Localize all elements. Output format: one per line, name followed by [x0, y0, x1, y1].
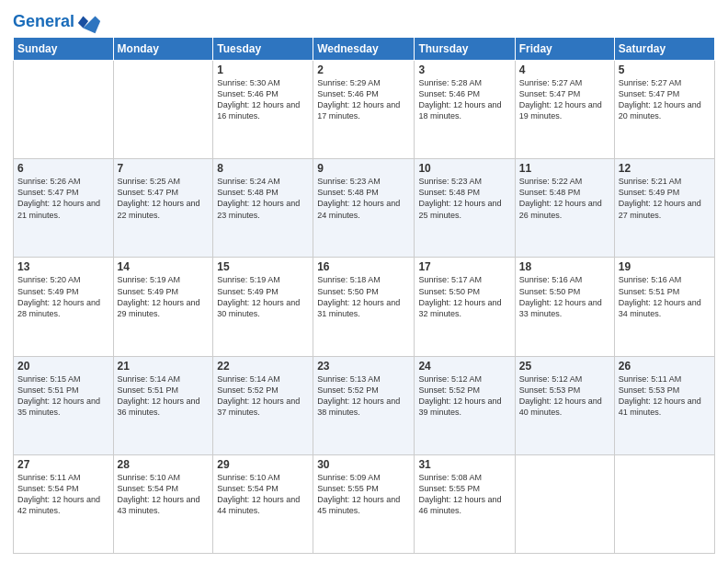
logo-text: General [13, 13, 74, 31]
day-info: Sunrise: 5:08 AM Sunset: 5:55 PM Dayligh… [418, 472, 510, 517]
day-info: Sunrise: 5:22 AM Sunset: 5:48 PM Dayligh… [519, 176, 610, 221]
calendar-table: SundayMondayTuesdayWednesdayThursdayFrid… [13, 37, 715, 554]
day-info: Sunrise: 5:15 AM Sunset: 5:51 PM Dayligh… [17, 373, 109, 419]
calendar-header-row: SundayMondayTuesdayWednesdayThursdayFrid… [14, 38, 715, 61]
calendar-cell: 9Sunrise: 5:23 AM Sunset: 5:48 PM Daylig… [313, 159, 415, 258]
day-number: 6 [17, 162, 109, 175]
day-number: 2 [317, 63, 410, 76]
day-info: Sunrise: 5:18 AM Sunset: 5:50 PM Dayligh… [317, 274, 410, 319]
calendar-cell: 25Sunrise: 5:12 AM Sunset: 5:53 PM Dayli… [515, 356, 614, 454]
calendar-cell: 3Sunrise: 5:28 AM Sunset: 5:46 PM Daylig… [415, 61, 515, 159]
day-info: Sunrise: 5:28 AM Sunset: 5:46 PM Dayligh… [418, 77, 510, 122]
day-info: Sunrise: 5:20 AM Sunset: 5:49 PM Dayligh… [17, 274, 109, 319]
calendar-cell: 13Sunrise: 5:20 AM Sunset: 5:49 PM Dayli… [14, 258, 114, 356]
calendar-cell: 12Sunrise: 5:21 AM Sunset: 5:49 PM Dayli… [614, 159, 714, 258]
calendar-cell [515, 454, 614, 553]
calendar-cell: 27Sunrise: 5:11 AM Sunset: 5:54 PM Dayli… [14, 454, 114, 553]
day-number: 11 [519, 162, 610, 175]
day-number: 12 [619, 162, 711, 175]
calendar-cell: 17Sunrise: 5:17 AM Sunset: 5:50 PM Dayli… [415, 258, 515, 356]
calendar-cell: 5Sunrise: 5:27 AM Sunset: 5:47 PM Daylig… [614, 61, 714, 159]
weekday-header-tuesday: Tuesday [213, 38, 313, 61]
calendar-week-row: 6Sunrise: 5:26 AM Sunset: 5:47 PM Daylig… [14, 159, 715, 258]
day-number: 30 [317, 458, 410, 471]
day-info: Sunrise: 5:16 AM Sunset: 5:51 PM Dayligh… [619, 274, 711, 319]
calendar-cell [113, 61, 213, 159]
calendar-cell [14, 61, 114, 159]
day-info: Sunrise: 5:09 AM Sunset: 5:55 PM Dayligh… [317, 472, 410, 517]
day-number: 9 [317, 162, 410, 175]
day-info: Sunrise: 5:25 AM Sunset: 5:47 PM Dayligh… [118, 176, 210, 221]
day-number: 18 [519, 260, 610, 273]
day-number: 15 [217, 260, 309, 273]
day-info: Sunrise: 5:12 AM Sunset: 5:52 PM Dayligh… [418, 373, 510, 419]
day-info: Sunrise: 5:17 AM Sunset: 5:50 PM Dayligh… [418, 274, 510, 319]
day-info: Sunrise: 5:12 AM Sunset: 5:53 PM Dayligh… [519, 373, 610, 419]
calendar-cell: 7Sunrise: 5:25 AM Sunset: 5:47 PM Daylig… [113, 159, 213, 258]
day-info: Sunrise: 5:16 AM Sunset: 5:50 PM Dayligh… [519, 274, 610, 319]
calendar-cell: 2Sunrise: 5:29 AM Sunset: 5:46 PM Daylig… [313, 61, 415, 159]
day-info: Sunrise: 5:30 AM Sunset: 5:46 PM Dayligh… [217, 77, 309, 122]
calendar-cell: 11Sunrise: 5:22 AM Sunset: 5:48 PM Dayli… [515, 159, 614, 258]
calendar-cell: 24Sunrise: 5:12 AM Sunset: 5:52 PM Dayli… [415, 356, 515, 454]
day-info: Sunrise: 5:27 AM Sunset: 5:47 PM Dayligh… [619, 77, 711, 122]
weekday-header-saturday: Saturday [614, 38, 714, 61]
day-number: 19 [619, 260, 711, 273]
day-info: Sunrise: 5:14 AM Sunset: 5:52 PM Dayligh… [217, 373, 309, 419]
day-number: 29 [217, 458, 309, 471]
day-number: 4 [519, 63, 610, 76]
svg-marker-0 [84, 16, 101, 33]
day-info: Sunrise: 5:14 AM Sunset: 5:51 PM Dayligh… [118, 373, 210, 419]
logo: General [13, 9, 102, 31]
calendar-cell: 22Sunrise: 5:14 AM Sunset: 5:52 PM Dayli… [213, 356, 313, 454]
calendar-cell: 23Sunrise: 5:13 AM Sunset: 5:52 PM Dayli… [313, 356, 415, 454]
calendar-cell: 28Sunrise: 5:10 AM Sunset: 5:54 PM Dayli… [113, 454, 213, 553]
weekday-header-wednesday: Wednesday [313, 38, 415, 61]
day-number: 31 [418, 458, 510, 471]
calendar-cell: 20Sunrise: 5:15 AM Sunset: 5:51 PM Dayli… [14, 356, 114, 454]
day-info: Sunrise: 5:23 AM Sunset: 5:48 PM Dayligh… [317, 176, 410, 221]
day-info: Sunrise: 5:19 AM Sunset: 5:49 PM Dayligh… [217, 274, 309, 319]
calendar-cell: 19Sunrise: 5:16 AM Sunset: 5:51 PM Dayli… [614, 258, 714, 356]
day-number: 5 [619, 63, 711, 76]
calendar-cell: 18Sunrise: 5:16 AM Sunset: 5:50 PM Dayli… [515, 258, 614, 356]
day-number: 25 [519, 360, 610, 373]
weekday-header-thursday: Thursday [415, 38, 515, 61]
header: General [13, 9, 715, 31]
calendar-cell: 8Sunrise: 5:24 AM Sunset: 5:48 PM Daylig… [213, 159, 313, 258]
calendar-cell: 1Sunrise: 5:30 AM Sunset: 5:46 PM Daylig… [213, 61, 313, 159]
day-number: 28 [118, 458, 210, 471]
day-number: 22 [217, 360, 309, 373]
day-info: Sunrise: 5:10 AM Sunset: 5:54 PM Dayligh… [217, 472, 309, 517]
day-info: Sunrise: 5:27 AM Sunset: 5:47 PM Dayligh… [519, 77, 610, 122]
day-info: Sunrise: 5:23 AM Sunset: 5:48 PM Dayligh… [418, 176, 510, 221]
calendar-cell: 4Sunrise: 5:27 AM Sunset: 5:47 PM Daylig… [515, 61, 614, 159]
calendar-cell: 29Sunrise: 5:10 AM Sunset: 5:54 PM Dayli… [213, 454, 313, 553]
page: General SundayMondayTuesdayWednesdayThur… [0, 0, 728, 563]
day-number: 20 [17, 360, 109, 373]
calendar-week-row: 27Sunrise: 5:11 AM Sunset: 5:54 PM Dayli… [14, 454, 715, 553]
day-number: 1 [217, 63, 309, 76]
day-number: 7 [118, 162, 210, 175]
calendar-body: 1Sunrise: 5:30 AM Sunset: 5:46 PM Daylig… [14, 61, 715, 554]
day-number: 8 [217, 162, 309, 175]
day-info: Sunrise: 5:21 AM Sunset: 5:49 PM Dayligh… [619, 176, 711, 221]
weekday-header-monday: Monday [113, 38, 213, 61]
calendar-cell: 16Sunrise: 5:18 AM Sunset: 5:50 PM Dayli… [313, 258, 415, 356]
logo-icon [76, 9, 102, 35]
calendar-cell: 6Sunrise: 5:26 AM Sunset: 5:47 PM Daylig… [14, 159, 114, 258]
day-number: 26 [619, 360, 711, 373]
day-number: 14 [118, 260, 210, 273]
calendar-week-row: 20Sunrise: 5:15 AM Sunset: 5:51 PM Dayli… [14, 356, 715, 454]
day-number: 10 [418, 162, 510, 175]
weekday-header-sunday: Sunday [14, 38, 114, 61]
day-info: Sunrise: 5:19 AM Sunset: 5:49 PM Dayligh… [118, 274, 210, 319]
day-info: Sunrise: 5:13 AM Sunset: 5:52 PM Dayligh… [317, 373, 410, 419]
day-info: Sunrise: 5:24 AM Sunset: 5:48 PM Dayligh… [217, 176, 309, 221]
calendar-cell: 21Sunrise: 5:14 AM Sunset: 5:51 PM Dayli… [113, 356, 213, 454]
day-number: 16 [317, 260, 410, 273]
day-number: 27 [17, 458, 109, 471]
calendar-cell: 15Sunrise: 5:19 AM Sunset: 5:49 PM Dayli… [213, 258, 313, 356]
calendar-cell: 31Sunrise: 5:08 AM Sunset: 5:55 PM Dayli… [415, 454, 515, 553]
day-number: 3 [418, 63, 510, 76]
